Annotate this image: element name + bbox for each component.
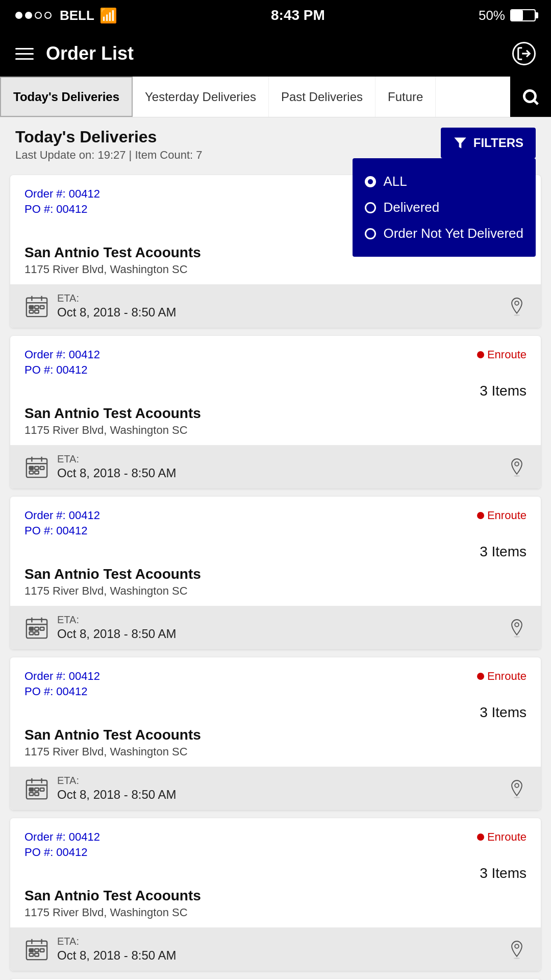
map-pin-icon-4[interactable] <box>507 779 527 798</box>
svg-marker-3 <box>454 138 466 149</box>
search-icon <box>521 87 540 107</box>
card-main-2: Order #: 00412 PO #: 00412 Enroute 3 Ite… <box>10 336 541 445</box>
logout-button[interactable] <box>512 42 536 65</box>
svg-point-35 <box>515 623 519 627</box>
status-dot-4 <box>477 673 484 680</box>
svg-rect-31 <box>35 627 39 630</box>
filter-option-delivered[interactable]: Delivered <box>365 194 523 220</box>
order-num-3: Order #: 00412 <box>24 509 100 522</box>
carrier-label: BELL <box>60 8 94 23</box>
card-status-3: Enroute <box>477 509 527 522</box>
svg-rect-30 <box>30 627 34 630</box>
card-status-4: Enroute <box>477 670 527 683</box>
signal-dots <box>15 12 52 19</box>
svg-rect-8 <box>30 306 34 309</box>
filter-option-all[interactable]: ALL <box>365 168 523 194</box>
filter-option-not-delivered[interactable]: Order Not Yet Delivered <box>365 220 523 247</box>
page-header: Today's Deliveries Last Update on: 19:27… <box>0 117 551 167</box>
signal-dot-1 <box>15 12 22 19</box>
order-card-2[interactable]: Order #: 00412 PO #: 00412 Enroute 3 Ite… <box>10 336 541 488</box>
eta-value-2: Oct 8, 2018 - 8:50 AM <box>57 466 176 480</box>
items-count-row-2: 3 Items <box>24 380 527 399</box>
signal-dot-4 <box>44 12 52 19</box>
svg-rect-56 <box>35 953 39 956</box>
po-num-2: PO #: 00412 <box>24 363 100 377</box>
status-bar: BELL 📶 8:43 PM 50% <box>0 0 551 31</box>
tab-yesterday-deliveries[interactable]: Yesterday Deliveries <box>133 77 269 117</box>
hamburger-menu-button[interactable] <box>15 48 34 60</box>
calendar-icon-4 <box>24 776 49 801</box>
app-header: Order List <box>0 31 551 77</box>
tab-past-deliveries[interactable]: Past Deliveries <box>269 77 375 117</box>
header-title: Order List <box>46 43 134 64</box>
tab-today-deliveries[interactable]: Today's Deliveries <box>0 77 133 117</box>
filter-dropdown: ALL Delivered Order Not Yet Delivered <box>353 158 536 257</box>
po-num-4: PO #: 00412 <box>24 685 100 698</box>
map-pin-icon-3[interactable] <box>507 618 527 638</box>
customer-address-1: 1175 River Blvd, Washington SC <box>24 263 527 276</box>
header-left: Order List <box>15 43 134 64</box>
svg-line-2 <box>534 101 538 104</box>
map-pin-icon-5[interactable] <box>507 940 527 959</box>
map-pin-icon-1[interactable] <box>507 297 527 316</box>
filter-label-delivered: Delivered <box>383 200 439 215</box>
tabs-scroll: Today's Deliveries Yesterday Deliveries … <box>0 77 510 117</box>
status-dot-3 <box>477 512 484 519</box>
card-footer-3: ETA: Oct 8, 2018 - 8:50 AM <box>10 606 541 649</box>
eta-value-5: Oct 8, 2018 - 8:50 AM <box>57 948 176 963</box>
map-pin-icon-2[interactable] <box>507 457 527 477</box>
svg-point-36 <box>514 635 520 637</box>
card-top-row-2: Order #: 00412 PO #: 00412 Enroute <box>24 348 527 377</box>
customer-address-3: 1175 River Blvd, Washington SC <box>24 584 527 598</box>
order-card-5[interactable]: Order #: 00412 PO #: 00412 Enroute 3 Ite… <box>10 818 541 971</box>
po-num-1: PO #: 00412 <box>24 203 100 216</box>
svg-point-58 <box>514 957 520 959</box>
card-footer-5: ETA: Oct 8, 2018 - 8:50 AM <box>10 927 541 971</box>
eta-label-5: ETA: <box>57 936 176 947</box>
eta-left-5: ETA: Oct 8, 2018 - 8:50 AM <box>24 936 176 963</box>
order-num-1: Order #: 00412 <box>24 187 100 201</box>
card-order-info-5: Order #: 00412 PO #: 00412 <box>24 830 100 859</box>
signal-dot-3 <box>35 12 42 19</box>
cards-container: Order #: 00412 PO #: 00412 3 Items San A… <box>0 175 551 980</box>
svg-point-46 <box>515 783 519 788</box>
hamburger-line-2 <box>15 53 34 55</box>
tabs-bar: Today's Deliveries Yesterday Deliveries … <box>0 77 551 117</box>
search-button[interactable] <box>510 77 551 117</box>
svg-rect-34 <box>35 631 39 634</box>
card-main-4: Order #: 00412 PO #: 00412 Enroute 3 Ite… <box>10 657 541 767</box>
svg-rect-43 <box>40 788 44 791</box>
svg-point-24 <box>515 462 519 466</box>
status-time: 8:43 PM <box>271 7 325 23</box>
order-card-3[interactable]: Order #: 00412 PO #: 00412 Enroute 3 Ite… <box>10 497 541 649</box>
items-count-row-4: 3 Items <box>24 701 527 721</box>
eta-label-2: ETA: <box>57 453 176 465</box>
status-label-5: Enroute <box>487 830 527 844</box>
order-num-5: Order #: 00412 <box>24 830 100 844</box>
svg-rect-21 <box>40 467 44 470</box>
battery-percent: 50% <box>479 8 505 23</box>
order-num-2: Order #: 00412 <box>24 348 100 361</box>
card-order-info-3: Order #: 00412 PO #: 00412 <box>24 509 100 537</box>
card-top-row-5: Order #: 00412 PO #: 00412 Enroute <box>24 830 527 859</box>
eta-info-5: ETA: Oct 8, 2018 - 8:50 AM <box>57 936 176 963</box>
customer-name-2: San Antnio Test Acoounts <box>24 405 527 422</box>
eta-left-2: ETA: Oct 8, 2018 - 8:50 AM <box>24 453 176 480</box>
svg-rect-53 <box>35 949 39 952</box>
eta-label-4: ETA: <box>57 775 176 787</box>
eta-label-3: ETA: <box>57 614 176 626</box>
page-title: Today's Deliveries <box>15 128 203 146</box>
items-count-4: 3 Items <box>480 704 527 721</box>
svg-rect-19 <box>30 467 34 470</box>
radio-delivered <box>365 202 376 213</box>
tab-future[interactable]: Future <box>375 77 436 117</box>
filter-label-not-delivered: Order Not Yet Delivered <box>383 226 523 241</box>
signal-dot-2 <box>25 12 32 19</box>
calendar-icon-2 <box>24 455 49 479</box>
svg-point-13 <box>515 301 519 305</box>
order-card-4[interactable]: Order #: 00412 PO #: 00412 Enroute 3 Ite… <box>10 657 541 810</box>
card-status-2: Enroute <box>477 348 527 361</box>
svg-point-47 <box>514 796 520 798</box>
filters-button[interactable]: FILTERS <box>441 128 536 158</box>
battery-container <box>510 9 536 21</box>
